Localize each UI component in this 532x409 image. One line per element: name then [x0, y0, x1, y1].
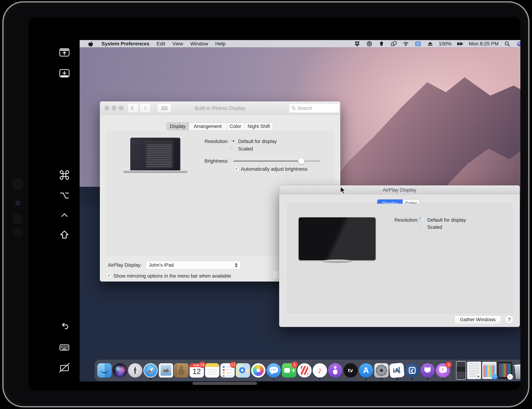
help-button[interactable]: ?: [505, 316, 513, 324]
dock-item-notes-icon[interactable]: [205, 363, 219, 378]
disconnect-icon[interactable]: [59, 362, 70, 373]
dock-item-sidecar-icon[interactable]: [405, 363, 419, 378]
battery-charging-icon[interactable]: [456, 40, 464, 47]
github-running-indicator: [427, 378, 428, 380]
airplay-radio-scaled[interactable]: [420, 224, 421, 227]
tab-display[interactable]: Display: [167, 123, 189, 130]
tab-color[interactable]: Color: [227, 123, 244, 130]
gather-windows-button[interactable]: Gather Windows: [455, 316, 501, 324]
appstore-running-indicator: [365, 378, 367, 380]
music-glyph: ♪: [318, 365, 322, 375]
dock-item-messages-icon[interactable]: •••: [266, 363, 281, 378]
apple-menu-icon[interactable]: [87, 40, 94, 47]
eject-icon[interactable]: [427, 40, 434, 47]
dock-item-podcasts-icon[interactable]: [328, 363, 342, 378]
dock-item-photos-icon[interactable]: [251, 363, 265, 378]
command-key-icon[interactable]: [59, 169, 70, 181]
siri-icon[interactable]: [516, 40, 520, 47]
airplay-radio-default[interactable]: [420, 217, 420, 220]
menu-help[interactable]: Help: [215, 41, 226, 47]
menu-clock[interactable]: Mon 8:25 PM: [469, 41, 499, 47]
dock-item-mail-icon[interactable]: [159, 363, 173, 378]
sidecar-windows-icon[interactable]: [390, 40, 397, 47]
spotlight-icon[interactable]: [504, 40, 511, 47]
radio-scaled[interactable]: [231, 146, 232, 149]
calendar-glyph2: 12: [190, 367, 204, 376]
home-indicator[interactable]: [192, 382, 257, 385]
display-active-icon[interactable]: [414, 40, 422, 47]
dock-separator: [453, 362, 453, 379]
wifi-icon[interactable]: [402, 40, 409, 47]
dock-toggle-icon[interactable]: [59, 67, 70, 79]
menu-view[interactable]: View: [172, 41, 183, 47]
select-stepper-icon: [235, 263, 238, 267]
messages-glyph: •••: [269, 367, 278, 373]
dock-item-facetime-icon[interactable]: 1: [282, 363, 296, 378]
dock-item-trash-icon[interactable]: [513, 362, 520, 379]
auto-brightness-label[interactable]: Automatically adjust brightness: [241, 166, 307, 172]
airplay-display-value: John’s iPad: [149, 263, 174, 268]
dock-item-siri-icon[interactable]: [113, 363, 127, 378]
shift-key-icon[interactable]: [59, 229, 70, 241]
dock-item-github-icon[interactable]: [420, 363, 435, 378]
dropbox-icon[interactable]: [354, 40, 361, 47]
dock-item-reminders-icon[interactable]: 17: [220, 363, 235, 378]
dock-item-appstore-icon[interactable]: A: [359, 363, 373, 378]
min-grid-glyph: ♪: [507, 374, 513, 380]
dock-item-safari-icon[interactable]: [143, 363, 158, 378]
onepassword-icon[interactable]: [366, 40, 373, 47]
dock-item-iawriter-icon[interactable]: iA: [389, 363, 405, 378]
control-key-icon[interactable]: [59, 209, 70, 221]
dock-item-min-doc-icon[interactable]: iA: [467, 362, 481, 379]
radio-scaled-label[interactable]: Scaled: [238, 146, 253, 152]
dock-item-launchpad-icon[interactable]: [128, 363, 142, 378]
search-input[interactable]: [297, 105, 337, 111]
airplay-radio-scaled-label[interactable]: Scaled: [427, 225, 442, 230]
prefs-titlebar[interactable]: Built-in Retina Display: [100, 101, 340, 115]
tab-night-shift[interactable]: Night Shift: [244, 123, 273, 130]
dock-item-news-icon[interactable]: [297, 363, 312, 378]
menu-window[interactable]: Window: [190, 41, 208, 47]
option-key-icon[interactable]: [59, 190, 70, 201]
auto-brightness-checkbox[interactable]: ✓: [234, 166, 239, 171]
dock-item-tv-icon[interactable]: tv: [343, 363, 358, 378]
airplay-display-select[interactable]: John’s iPad: [146, 261, 241, 269]
radio-default-for-display[interactable]: [231, 138, 231, 142]
sysprefs-running-indicator: [381, 378, 382, 380]
beta-running-indicator: [442, 378, 444, 380]
mirroring-checkbox[interactable]: ✓: [107, 273, 112, 278]
airplay-radio-default-label[interactable]: Default for display: [427, 217, 466, 223]
keyboard-icon[interactable]: [59, 342, 70, 353]
menu-app-name[interactable]: System Preferences: [102, 41, 149, 47]
tab-arrangement[interactable]: Arrangement: [189, 123, 227, 130]
dock-item-min-browser-icon[interactable]: •••: [482, 362, 496, 379]
resolution-label: Resolution:: [205, 139, 229, 144]
menu-edit[interactable]: Edit: [157, 41, 165, 47]
brightness-slider[interactable]: [233, 161, 321, 162]
undo-icon[interactable]: [59, 321, 70, 333]
iawriter-running-indicator: [397, 378, 398, 380]
dock-item-calendar-icon[interactable]: AUG1216: [190, 363, 204, 378]
dock-item-finder-icon[interactable]: [97, 363, 112, 378]
dock-item-min-phone-icon[interactable]: [456, 361, 466, 380]
dock: AUG121617•••1♪tvAiA!3iA•••♪: [95, 360, 520, 381]
mirroring-label[interactable]: Show mirroring options in the menu bar w…: [114, 273, 231, 279]
brightness-slider-knob[interactable]: [298, 158, 304, 164]
dock-item-min-grid-icon[interactable]: ♪: [497, 362, 512, 379]
airplay-titlebar[interactable]: AirPlay Display: [279, 185, 520, 194]
dock-item-contacts-icon[interactable]: [174, 363, 189, 378]
dock-item-beta-icon[interactable]: !3: [436, 363, 450, 378]
mouse-cursor: [340, 186, 346, 195]
menubar-toggle-icon[interactable]: [59, 47, 70, 58]
airplay-display-label: AirPlay Display:: [108, 263, 142, 268]
min-doc-glyph: iA: [476, 374, 481, 379]
radio-default-label[interactable]: Default for display: [238, 139, 277, 144]
dock-item-maps-icon[interactable]: [236, 363, 250, 378]
front-camera: [15, 200, 20, 205]
search-field[interactable]: [289, 103, 340, 113]
ipad-device: System Preferences Edit View Window Help: [4, 2, 528, 406]
dock-item-sysprefs-icon[interactable]: [374, 363, 389, 378]
appstore-glyph: A: [363, 365, 369, 375]
silhouette-icon[interactable]: [378, 40, 385, 47]
dock-item-music-icon[interactable]: ♪: [313, 363, 327, 378]
